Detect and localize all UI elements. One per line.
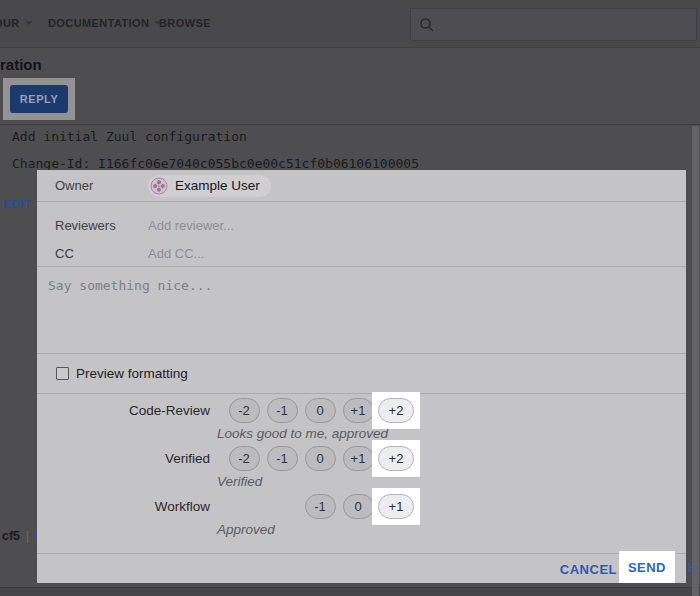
commit-sha-fragment: cf5 xyxy=(2,529,20,543)
score-description: Looks good to me, approved xyxy=(37,426,686,441)
change-id-line: Change-Id: I166fc06e7040c055bc0e00c51cf0… xyxy=(12,156,419,171)
score-cell: -1 xyxy=(263,398,301,423)
score-cell: +1 xyxy=(377,494,415,519)
score-cell: 0 xyxy=(301,398,339,423)
divider: | xyxy=(26,529,29,543)
search-icon xyxy=(419,17,435,33)
vote-highlight-frame: +2 xyxy=(372,392,420,429)
vote-button-code-review-+1[interactable]: +1 xyxy=(343,398,374,423)
owner-name: Example User xyxy=(175,178,260,193)
vote-button-verified--1[interactable]: -1 xyxy=(267,446,298,471)
preview-formatting-label: Preview formatting xyxy=(76,366,188,381)
score-row: Workflow-10+1 xyxy=(37,494,686,519)
score-row: Code-Review-2-10+1+2 xyxy=(37,398,686,423)
nav-item-label: OUR xyxy=(0,17,20,29)
nav-item-your[interactable]: OUR xyxy=(0,17,33,29)
caret-down-icon xyxy=(25,21,33,25)
cc-label: CC xyxy=(55,246,148,261)
vote-button-verified-0[interactable]: 0 xyxy=(305,446,336,471)
score-rows: Code-Review-2-10+1+2Looks good to me, ap… xyxy=(37,393,686,553)
nav-item-label: DOCUMENTATION xyxy=(48,17,149,29)
score-cell: 0 xyxy=(301,446,339,471)
reply-button[interactable]: REPLY xyxy=(10,85,68,113)
vote-button-verified-+1[interactable]: +1 xyxy=(343,446,374,471)
change-subject-heading: ration xyxy=(0,56,42,73)
score-cell: +2 xyxy=(377,398,415,423)
vote-button-code-review-0[interactable]: 0 xyxy=(305,398,336,423)
vote-button-workflow--1[interactable]: -1 xyxy=(305,494,336,519)
reply-highlight-frame: REPLY xyxy=(3,78,75,120)
owner-chip[interactable]: Example User xyxy=(148,175,271,197)
cc-row: CC xyxy=(37,241,686,265)
score-buttons: -2-10+1+2 xyxy=(225,446,415,471)
section-divider xyxy=(0,124,700,125)
commit-message-subject: Add initial Zuul configuration xyxy=(12,129,247,144)
vote-highlight-frame: +2 xyxy=(372,440,420,477)
score-buttons: -10+1 xyxy=(225,494,415,519)
add-reviewer-input[interactable] xyxy=(148,218,686,233)
vote-button-code-review--1[interactable]: -1 xyxy=(267,398,298,423)
vote-highlight-frame: +1 xyxy=(372,488,420,525)
edit-link[interactable]: EDIT xyxy=(3,198,31,210)
avatar-icon xyxy=(150,177,168,195)
app-header: OUR DOCUMENTATION BROWSE xyxy=(0,0,700,48)
score-label: Workflow xyxy=(37,499,210,514)
score-label: Verified xyxy=(37,451,210,466)
vote-button-verified--2[interactable]: -2 xyxy=(229,446,260,471)
nav-item-documentation[interactable]: DOCUMENTATION xyxy=(48,17,162,29)
vote-button-code-review-+2[interactable]: +2 xyxy=(378,398,414,423)
cancel-button[interactable]: CANCEL xyxy=(560,561,617,576)
score-cell: -2 xyxy=(225,398,263,423)
scrollbar[interactable] xyxy=(692,126,699,596)
owner-row: Owner Example User xyxy=(37,170,686,201)
search-input[interactable] xyxy=(441,17,696,32)
score-buttons: -2-10+1+2 xyxy=(225,398,415,423)
score-cell: +2 xyxy=(377,446,415,471)
score-description: Approved xyxy=(37,522,686,537)
vote-button-workflow-+1[interactable]: +1 xyxy=(378,494,414,519)
send-highlight-frame: SEND xyxy=(619,551,675,583)
search-box xyxy=(410,8,697,41)
score-cell: -1 xyxy=(301,494,339,519)
message-area xyxy=(37,267,686,353)
dialog-divider xyxy=(37,201,686,202)
reviewers-row: Reviewers xyxy=(37,213,686,237)
reviewers-label: Reviewers xyxy=(55,218,148,233)
reply-dialog: Owner Example User Reviewers CC Pre xyxy=(37,170,686,583)
nav-item-browse[interactable]: BROWSE xyxy=(159,17,211,29)
send-button[interactable]: SEND xyxy=(624,560,670,575)
score-row: Verified-2-10+1+2 xyxy=(37,446,686,471)
preview-formatting-checkbox[interactable] xyxy=(56,367,69,380)
owner-label: Owner xyxy=(55,178,148,193)
score-label: Code-Review xyxy=(37,403,210,418)
vote-button-workflow-0[interactable]: 0 xyxy=(343,494,374,519)
page-bottom-band xyxy=(0,587,700,596)
preview-formatting-row: Preview formatting xyxy=(37,354,686,393)
score-cell: -1 xyxy=(263,446,301,471)
vote-button-verified-+2[interactable]: +2 xyxy=(378,446,414,471)
nav-item-label: BROWSE xyxy=(159,17,211,29)
vote-button-code-review--2[interactable]: -2 xyxy=(229,398,260,423)
add-cc-input[interactable] xyxy=(148,246,686,261)
score-cell: -2 xyxy=(225,446,263,471)
score-description: Verified xyxy=(37,474,686,489)
reply-message-textarea[interactable] xyxy=(37,267,686,353)
dialog-footer: CANCEL SEND xyxy=(37,553,686,583)
